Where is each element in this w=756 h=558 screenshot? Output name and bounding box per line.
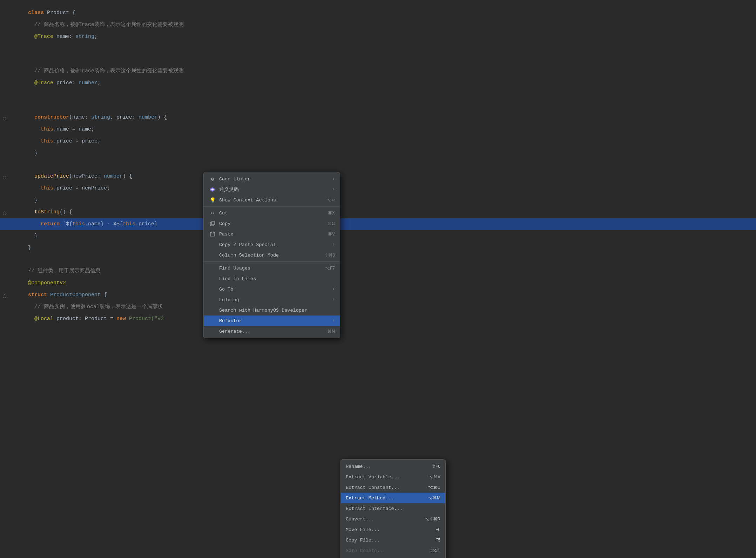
code-token [28,173,34,179]
code-token: @ComponentV2 [28,280,66,286]
menu-item-copy[interactable]: Copy⌘C [204,218,340,229]
code-token: ) { [157,114,167,120]
code-token: number [104,173,123,179]
code-token [28,34,34,40]
line-content: // 商品实例，使用@Local装饰，表示这是一个局部状 [21,301,756,313]
menu-item-column_selection[interactable]: Column Selection Mode⇧⌘8 [204,250,340,260]
context-menu[interactable]: ⚙Code Linter›通义灵码›💡Show Context Actions⌥… [203,172,340,338]
show_context-label: Show Context Actions [219,198,319,203]
code-line [0,54,756,65]
menu-item-tongyilm[interactable]: 通义灵码› [204,184,340,195]
tongyilm-arrow-icon: › [332,187,335,192]
copy-label: Copy [219,221,320,226]
code-token: Product("V3 [126,316,164,322]
submenu-refactor[interactable]: Rename...⇧F6Extract Variable...⌥⌘VExtrac… [340,459,446,558]
folding-arrow-icon: › [332,297,335,302]
menu-item-code_linter[interactable]: ⚙Code Linter› [204,174,340,184]
paste-label: Paste [219,232,321,237]
menu-item-show_context[interactable]: 💡Show Context Actions⌥↩ [204,195,340,205]
code-token: .price = newPrice; [53,185,110,191]
code-token: number [139,114,157,120]
svg-rect-3 [211,221,215,225]
code-token [28,316,34,322]
convert-label: Convert... [346,517,421,522]
code-token [28,185,41,191]
copy-shortcut: ⌘C [328,221,335,226]
copy_file-shortcut: F5 [436,538,440,543]
code-token: ProductComponent [50,292,104,298]
code-token: product: Product = [56,316,116,322]
submenu-item-extract_variable[interactable]: Extract Variable...⌥⌘V [341,472,445,482]
column_selection-shortcut: ⇧⌘8 [325,253,335,258]
convert-shortcut: ⌥⇧⌘R [425,517,440,522]
code-line [0,43,756,54]
gutter-dot-icon [3,294,6,298]
code-line [0,100,756,112]
copy_file-label: Copy File... [346,538,432,543]
find_usages-label: Find Usages [219,266,318,271]
code-token [28,114,34,120]
code-token: string [91,114,110,120]
code-token [28,221,41,227]
go_to-label: Go To [219,287,330,292]
copy_paste_special-label: Copy / Paste Special [219,242,330,247]
code-token: { [72,10,75,16]
menu-item-find_in_files[interactable]: Find in Files [204,273,340,284]
menu-item-refactor[interactable]: Refactor›Rename...⇧F6Extract Variable...… [204,315,340,326]
menu-item-copy_paste_special[interactable]: Copy / Paste Special› [204,239,340,250]
svg-rect-5 [211,232,214,233]
submenu-item-convert[interactable]: Convert...⌥⇧⌘R [341,514,445,524]
submenu-item-copy_file[interactable]: Copy File...F5 [341,535,445,545]
generate-shortcut: ⌘N [328,329,335,334]
code-token [28,138,41,144]
code-token: Product [47,10,72,16]
code-token: } [28,245,31,251]
code_linter-icon: ⚙ [209,176,216,182]
code-token: number [79,80,97,86]
code-token [28,80,34,86]
extract_method-label: Extract Method... [346,496,424,501]
refactor-label: Refactor [219,318,330,324]
code-line: @Trace name: string; [0,31,756,43]
submenu-item-extract_constant[interactable]: Extract Constant...⌥⌘C [341,482,445,493]
code-token: this [41,185,53,191]
code-token: (name: [69,114,91,120]
code-line: // 商品价格，被@Trace装饰，表示这个属性的变化需要被观测 [0,65,756,77]
code-token: // 商品价格，被@Trace装饰，表示这个属性的变化需要被观测 [28,68,184,74]
submenu-item-extract_interface[interactable]: Extract Interface... [341,503,445,514]
code-line: this.price = newPrice; [0,182,756,194]
code-line: } [0,242,756,254]
menu-item-cut[interactable]: ✂Cut⌘X [204,208,340,218]
code-line: // 商品名称，被@Trace装饰，表示这个属性的变化需要被观测 [0,19,756,31]
menu-item-generate[interactable]: Generate...⌘N [204,326,340,337]
code-line: } [0,194,756,206]
code-token: this [41,126,53,132]
code_linter-label: Code Linter [219,177,330,182]
extract_variable-label: Extract Variable... [346,474,425,480]
code-token: { [104,292,107,298]
menu-item-paste[interactable]: Paste⌘V [204,229,340,239]
extract_method-shortcut: ⌥⌘M [428,496,440,500]
code-line: updatePrice(newPrice: number) { [0,171,756,182]
paste-icon [209,232,216,237]
code-token: toString [34,209,60,215]
code-token: this [41,138,53,144]
submenu-item-extract_method[interactable]: Extract Method...⌥⌘M [341,493,445,503]
code-line: constructor(name: string, price: number)… [0,112,756,124]
line-content: updatePrice(newPrice: number) { [21,171,756,182]
menu-item-go_to[interactable]: Go To› [204,284,340,294]
code-token: } [28,233,38,239]
rename-shortcut: ⇧F6 [432,464,440,469]
gutter-dot-icon [3,212,6,215]
cut-label: Cut [219,211,321,216]
folding-label: Folding [219,297,330,303]
menu-item-search_harmony[interactable]: Search with HarmonyOS Developer [204,305,340,315]
menu-item-find_usages[interactable]: Find Usages⌥F7 [204,263,340,273]
submenu-item-rename[interactable]: Rename...⇧F6 [341,461,445,472]
menu-item-folding[interactable]: Folding› [204,294,340,305]
code-token: } [28,150,38,156]
code-token: string [75,34,94,40]
submenu-item-move_file[interactable]: Move File...F6 [341,524,445,535]
code-token: () { [60,209,72,215]
gutter-dot-icon [3,176,6,179]
